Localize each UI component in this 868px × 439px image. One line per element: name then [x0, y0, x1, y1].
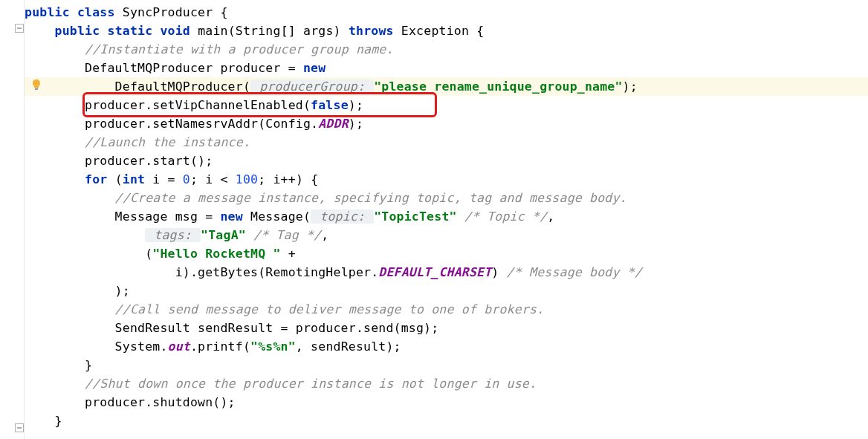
code-line[interactable]: }	[25, 356, 868, 374]
code-line[interactable]: );	[25, 282, 868, 300]
parameter-hint: topic:	[311, 209, 374, 224]
code-line[interactable]: //Shut down once the producer instance i…	[25, 374, 868, 393]
fold-minus-icon[interactable]	[15, 24, 25, 34]
code-line[interactable]: tags: "TagA" /* Tag */,	[25, 226, 868, 244]
code-line[interactable]: producer.setNamesrvAddr(Config.ADDR);	[25, 114, 868, 133]
code-line[interactable]: //Create a message instance, specifying …	[25, 189, 868, 207]
code-line[interactable]: producer.shutdown();	[25, 393, 868, 412]
code-line[interactable]: DefaultMQProducer( producerGroup: "pleas…	[25, 77, 868, 96]
code-line[interactable]: System.out.printf("%s%n", sendResult);	[25, 337, 868, 356]
code-line[interactable]: //Call send message to deliver message t…	[25, 300, 868, 319]
svg-rect-4	[35, 88, 38, 91]
code-line[interactable]: }	[25, 412, 868, 430]
code-line[interactable]: DefaultMQProducer producer = new	[25, 59, 868, 77]
code-line[interactable]: //Launch the instance.	[25, 133, 868, 152]
code-line[interactable]: Message msg = new Message( topic: "Topic…	[25, 207, 868, 226]
parameter-hint: tags:	[145, 228, 201, 242]
code-line[interactable]: public static void main(String[] args) t…	[25, 22, 868, 40]
code-line[interactable]: public class SyncProducer {	[25, 3, 868, 22]
fold-minus-icon[interactable]	[15, 423, 25, 434]
code-line[interactable]: producer.setVipChannelEnabled(false);	[25, 96, 868, 114]
code-editor[interactable]: public class SyncProducer { public stati…	[25, 0, 868, 430]
editor-gutter	[0, 0, 25, 439]
parameter-hint: producerGroup:	[250, 79, 374, 94]
code-line[interactable]: producer.start();	[25, 152, 868, 170]
code-line[interactable]: ("Hello RocketMQ " +	[25, 244, 868, 263]
code-line[interactable]: SendResult sendResult = producer.send(ms…	[25, 319, 868, 337]
intention-bulb-icon[interactable]	[31, 79, 42, 89]
code-line[interactable]: for (int i = 0; i < 100; i++) {	[25, 170, 868, 189]
code-line[interactable]: i).getBytes(RemotingHelper.DEFAULT_CHARS…	[25, 263, 868, 282]
code-line[interactable]: //Instantiate with a producer group name…	[25, 40, 868, 59]
